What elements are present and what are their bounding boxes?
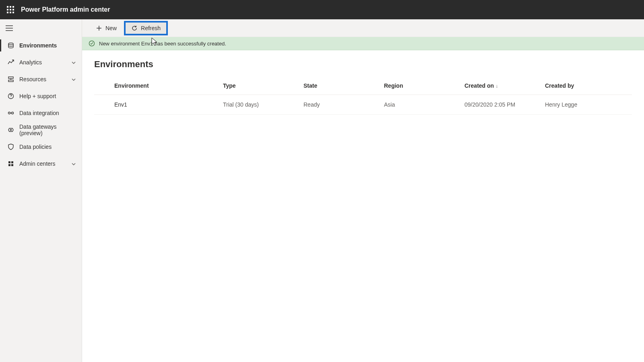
success-notification: New environment Env1 has been successful… (82, 37, 644, 50)
plus-icon (96, 25, 102, 31)
sidebar-item-resources[interactable]: Resources (0, 71, 82, 88)
main-content: New Refresh New environment Env1 has bee… (82, 19, 644, 362)
success-check-icon (89, 40, 95, 47)
col-state[interactable]: State (303, 77, 384, 95)
svg-rect-23 (11, 161, 13, 163)
col-environment[interactable]: Environment (94, 77, 223, 95)
col-region[interactable]: Region (384, 77, 464, 95)
sidebar-item-label: Help + support (19, 93, 76, 99)
analytics-icon (7, 59, 14, 66)
svg-rect-7 (10, 12, 11, 13)
refresh-button[interactable]: Refresh (124, 21, 168, 35)
sidebar-item-environments[interactable]: Environments (0, 37, 82, 54)
table-header-row: Environment Type State Region Created on… (94, 77, 632, 95)
svg-point-17 (10, 97, 11, 98)
svg-rect-25 (11, 164, 13, 166)
admin-centers-icon (7, 160, 14, 167)
environments-icon (7, 42, 14, 49)
svg-rect-1 (10, 6, 11, 8)
svg-rect-14 (8, 80, 13, 82)
sidebar-item-label: Data policies (19, 144, 76, 150)
cell-type: Trial (30 days) (223, 95, 303, 115)
cell-region: Asia (384, 95, 464, 115)
svg-rect-3 (7, 9, 8, 10)
cell-created-on: 09/20/2020 2:05 PM (464, 95, 545, 115)
sidebar-item-data-integration[interactable]: Data integration (0, 105, 82, 121)
chevron-down-icon (71, 77, 76, 82)
refresh-icon (131, 25, 138, 31)
svg-rect-4 (10, 9, 11, 10)
svg-rect-5 (12, 9, 14, 10)
new-button-label: New (105, 25, 117, 31)
page-header: Environments (82, 50, 644, 77)
svg-point-21 (10, 130, 12, 131)
table-row[interactable]: Env1 Trial (30 days) Ready Asia 09/20/20… (94, 95, 632, 115)
cell-state: Ready (303, 95, 384, 115)
sidebar-item-data-policies[interactable]: Data policies (0, 138, 82, 155)
svg-rect-0 (7, 6, 8, 8)
data-integration-icon (7, 109, 14, 117)
top-bar: Power Platform admin center (0, 0, 644, 19)
sidebar-item-label: Analytics (19, 59, 71, 66)
sidebar-item-data-gateways[interactable]: Data gateways (preview) (0, 121, 82, 138)
sort-descending-icon: ↓ (495, 83, 498, 89)
sidebar: Environments Analytics Resources H (0, 19, 82, 362)
svg-rect-2 (12, 6, 14, 8)
svg-rect-24 (8, 164, 10, 166)
sidebar-item-label: Admin centers (19, 160, 71, 167)
data-gateways-icon (7, 126, 14, 134)
help-icon (7, 93, 14, 100)
col-type[interactable]: Type (223, 77, 303, 95)
chevron-down-icon (71, 60, 76, 65)
cell-created-by: Henry Legge (545, 95, 632, 115)
sidebar-item-admin-centers[interactable]: Admin centers (0, 155, 82, 172)
sidebar-item-label: Resources (19, 76, 71, 82)
shield-icon (7, 143, 14, 150)
sidebar-item-label: Environments (19, 42, 76, 49)
waffle-icon[interactable] (3, 2, 18, 17)
sidebar-item-label: Data gateways (preview) (19, 123, 76, 136)
command-bar: New Refresh (82, 19, 644, 37)
svg-point-18 (8, 112, 10, 114)
resources-icon (7, 76, 14, 83)
hamburger-icon[interactable] (0, 19, 82, 37)
col-created-by[interactable]: Created by (545, 77, 632, 95)
app-title: Power Platform admin center (21, 6, 110, 13)
svg-point-12 (8, 43, 13, 45)
environments-table: Environment Type State Region Created on… (82, 77, 644, 115)
sidebar-item-analytics[interactable]: Analytics (0, 54, 82, 71)
refresh-button-label: Refresh (141, 25, 161, 31)
svg-rect-22 (8, 161, 10, 163)
page-title: Environments (94, 59, 632, 70)
svg-point-19 (12, 112, 14, 114)
svg-rect-13 (8, 77, 13, 78)
svg-rect-6 (7, 12, 8, 13)
sidebar-item-label: Data integration (19, 110, 76, 116)
cell-environment: Env1 (94, 95, 223, 115)
col-created-on[interactable]: Created on↓ (464, 77, 545, 95)
svg-rect-8 (12, 12, 14, 13)
new-button[interactable]: New (90, 23, 122, 34)
notification-message: New environment Env1 has been successful… (99, 41, 226, 47)
chevron-down-icon (71, 161, 76, 166)
sidebar-item-help-support[interactable]: Help + support (0, 88, 82, 105)
